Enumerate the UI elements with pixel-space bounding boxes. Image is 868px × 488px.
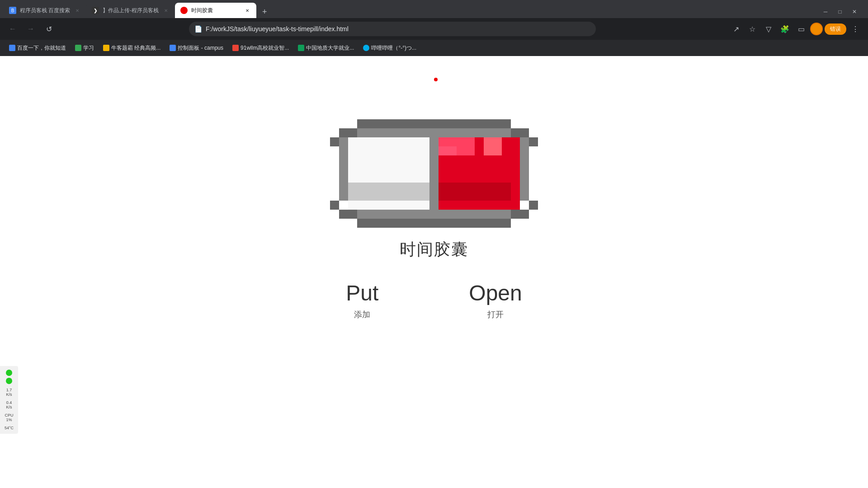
capsule-actions: Put 添加 Open 打开 [346, 281, 522, 320]
svg-rect-0 [357, 119, 511, 128]
svg-rect-2 [348, 128, 520, 137]
svg-rect-11 [484, 137, 502, 155]
bookmark-5-favicon [232, 45, 239, 51]
svg-rect-4 [330, 137, 339, 146]
net-down-value: 0.4 [6, 400, 12, 405]
svg-rect-14 [348, 183, 429, 201]
file-icon: 📄 [194, 25, 202, 33]
svg-rect-25 [511, 210, 520, 219]
bookmark-3[interactable]: 牛客题霸 经典高频... [99, 42, 164, 54]
bookmark-button[interactable]: ☆ [745, 22, 760, 36]
cpu-percent: 1% [6, 418, 12, 422]
open-label-en: Open [469, 281, 522, 305]
bookmark-6[interactable]: 中国地质大学就业... [294, 42, 358, 54]
network-speed-up: 1.7 K/s [6, 388, 12, 397]
svg-rect-18 [339, 210, 348, 219]
bookmark-1-label: 百度一下，你就知道 [17, 44, 66, 52]
minimize-button[interactable]: ─ [819, 5, 832, 18]
svg-rect-21 [357, 219, 511, 228]
svg-rect-22 [348, 128, 357, 137]
maximize-button[interactable]: □ [834, 5, 846, 18]
tab-1-favicon: B [9, 7, 16, 14]
error-button[interactable]: 错误 [825, 23, 846, 35]
side-monitor-widget: 1.7 K/s 0.4 K/s CPU 1% 54°C [0, 366, 18, 434]
bookmark-3-favicon [103, 45, 109, 51]
svg-rect-3 [520, 128, 529, 137]
share-button[interactable]: ↗ [729, 22, 743, 36]
bookmark-7-label: 哔哩哔哩（°-°)つ... [371, 44, 416, 52]
tab-2-favicon: ❯ [92, 7, 99, 14]
cpu-temp: 54°C [5, 426, 14, 430]
tab-2-close[interactable]: ✕ [162, 7, 170, 14]
reload-button[interactable]: ↺ [42, 22, 56, 36]
tab-3-close[interactable]: ✕ [244, 7, 251, 14]
svg-rect-20 [520, 210, 529, 219]
svg-rect-16 [330, 201, 339, 210]
bookmarks-bar: 百度一下，你就知道 学习 牛客题霸 经典高频... 控制面板 - campus … [0, 40, 868, 56]
temp-value: 54°C [5, 426, 14, 430]
profile-button[interactable] [810, 23, 823, 35]
bookmark-2-favicon [75, 45, 81, 51]
svg-rect-12 [439, 146, 457, 155]
address-bar-row: ← → ↺ 📄 F:/workJS/task/liuyueyue/task-ts… [0, 18, 868, 40]
svg-rect-24 [348, 210, 357, 219]
network-speed-down: 0.4 K/s [6, 400, 12, 409]
bookmark-6-favicon [298, 45, 304, 51]
network-up-indicator [6, 370, 12, 376]
net-up-value: 1.7 [6, 388, 12, 392]
tab-3-favicon [180, 7, 188, 14]
svg-rect-7 [529, 137, 538, 146]
put-action[interactable]: Put 添加 [346, 281, 378, 320]
red-dot-indicator [434, 78, 438, 81]
svg-rect-19 [348, 210, 520, 219]
extensions-button[interactable]: 🧩 [778, 22, 792, 36]
put-label-zh: 添加 [354, 309, 370, 320]
pixel-capsule-image [330, 119, 538, 228]
address-bar[interactable]: 📄 F:/workJS/task/liuyueyue/task-ts-timep… [189, 22, 596, 36]
svg-rect-6 [520, 137, 529, 201]
browser-chrome: B 程序员客栈 百度搜索 ✕ ❯ 】作品上传-程序员客栈 ✕ 时间胶囊 ✕ + … [0, 0, 868, 56]
tab-3-title: 时间胶囊 [191, 7, 240, 14]
bookmark-6-label: 中国地质大学就业... [306, 44, 354, 52]
new-tab-button[interactable]: + [258, 5, 271, 18]
svg-rect-15 [429, 137, 439, 210]
close-window-button[interactable]: ✕ [848, 5, 861, 18]
svg-rect-1 [339, 128, 348, 137]
page-content: 时间胶囊 Put 添加 Open 打开 [0, 56, 868, 445]
split-screen-button[interactable]: ▭ [794, 22, 808, 36]
bookmark-2-label: 学习 [83, 44, 94, 52]
bookmark-1[interactable]: 百度一下，你就知道 [5, 42, 70, 54]
vivaldi-icon[interactable]: ▽ [761, 22, 776, 36]
back-button[interactable]: ← [5, 22, 20, 36]
bookmark-4[interactable]: 控制面板 - campus [166, 42, 227, 54]
tab-1[interactable]: B 程序员客栈 百度搜索 ✕ [4, 3, 86, 18]
capsule-title: 时间胶囊 [400, 239, 468, 261]
bookmark-4-label: 控制面板 - campus [178, 44, 223, 52]
heart-icon [6, 378, 12, 384]
toolbar-actions: ↗ ☆ ▽ 🧩 ▭ 错误 ⋮ [729, 22, 863, 36]
open-action[interactable]: Open 打开 [469, 281, 522, 320]
tab-2[interactable]: ❯ 】作品上传-程序员客栈 ✕ [86, 3, 175, 18]
tab-2-title: 】作品上传-程序员客栈 [103, 7, 159, 14]
menu-button[interactable]: ⋮ [848, 22, 863, 36]
svg-rect-23 [511, 128, 520, 137]
forward-button[interactable]: → [24, 22, 38, 36]
network-down-indicator [6, 378, 12, 384]
tab-1-title: 程序员客栈 百度搜索 [20, 7, 70, 14]
bookmark-3-label: 牛客题霸 经典高频... [111, 44, 160, 52]
bookmark-5[interactable]: 91wllm高校就业智... [229, 42, 292, 54]
bookmark-7-favicon [363, 45, 369, 51]
capsule-container: 时间胶囊 Put 添加 Open 打开 [330, 119, 538, 320]
tab-3[interactable]: 时间胶囊 ✕ [175, 3, 256, 18]
address-text: F:/workJS/task/liuyueyue/task-ts-timepil… [206, 25, 590, 33]
net-up-unit: K/s [6, 392, 12, 397]
bookmark-4-favicon [170, 45, 176, 51]
cpu-label: CPU 1% [5, 413, 13, 422]
svg-rect-17 [529, 201, 538, 210]
tab-1-close[interactable]: ✕ [74, 7, 81, 14]
net-down-unit: K/s [6, 405, 12, 409]
svg-rect-13 [439, 183, 511, 201]
bookmark-7[interactable]: 哔哩哔哩（°-°)つ... [359, 42, 420, 54]
bookmark-2[interactable]: 学习 [71, 42, 98, 54]
put-label-en: Put [346, 281, 378, 305]
